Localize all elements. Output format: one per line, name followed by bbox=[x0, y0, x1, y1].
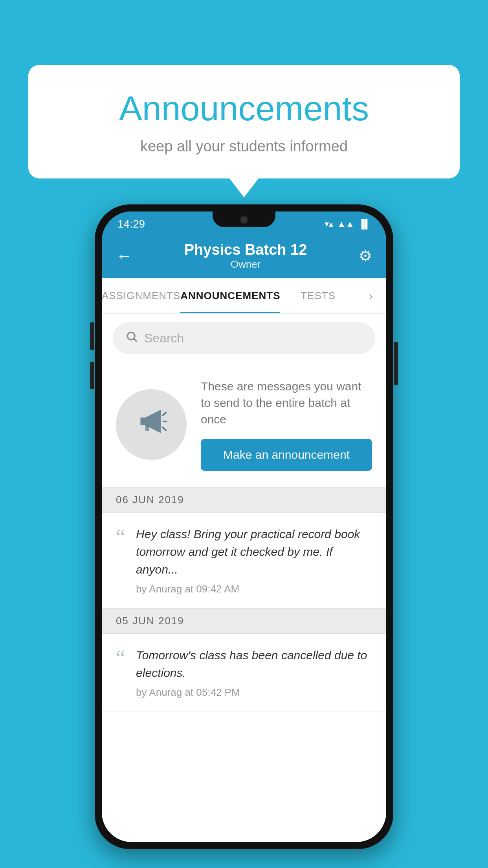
battery-icon: ▐▌ bbox=[358, 219, 371, 229]
promo-avatar bbox=[116, 389, 187, 460]
announcement-content-1: Hey class! Bring your practical record b… bbox=[136, 525, 372, 595]
back-button[interactable]: ← bbox=[116, 246, 132, 265]
volume-down-button[interactable] bbox=[90, 362, 94, 389]
app-bar-subtitle: Owner bbox=[184, 258, 307, 270]
phone-screen: 14:29 ▾▴ ▲▲ ▐▌ ← Physics Batch 12 Owner … bbox=[102, 211, 386, 842]
make-announcement-button[interactable]: Make an announcement bbox=[201, 439, 372, 471]
signal-icon: ▲▲ bbox=[337, 219, 354, 229]
megaphone-icon bbox=[136, 406, 167, 443]
announcement-content-2: Tomorrow's class has been cancelled due … bbox=[136, 646, 372, 699]
tab-announcements[interactable]: ANNOUNCEMENTS bbox=[180, 278, 280, 313]
status-time: 14:29 bbox=[117, 218, 145, 230]
tab-assignments[interactable]: ASSIGNMENTS bbox=[102, 278, 180, 313]
speech-bubble-subtitle: keep all your students informed bbox=[60, 138, 428, 155]
speech-bubble: Announcements keep all your students inf… bbox=[28, 65, 460, 178]
announcement-item-1[interactable]: “ Hey class! Bring your practical record… bbox=[102, 513, 386, 608]
settings-button[interactable]: ⚙ bbox=[359, 247, 372, 265]
wifi-icon: ▾▴ bbox=[325, 219, 333, 229]
app-bar-center: Physics Batch 12 Owner bbox=[184, 241, 307, 270]
promo-description: These are messages you want to send to t… bbox=[201, 378, 372, 428]
announcement-text-2: Tomorrow's class has been cancelled due … bbox=[136, 646, 372, 682]
app-bar: ← Physics Batch 12 Owner ⚙ bbox=[102, 233, 386, 278]
status-icons: ▾▴ ▲▲ ▐▌ bbox=[325, 219, 371, 229]
announcement-meta-1: by Anurag at 09:42 AM bbox=[136, 583, 372, 595]
svg-line-4 bbox=[163, 427, 166, 430]
speech-bubble-title: Announcements bbox=[60, 88, 428, 129]
search-icon bbox=[125, 330, 138, 346]
front-camera bbox=[240, 215, 248, 224]
announcement-item-2[interactable]: “ Tomorrow's class has been cancelled du… bbox=[102, 634, 386, 712]
phone-mockup: 14:29 ▾▴ ▲▲ ▐▌ ← Physics Batch 12 Owner … bbox=[95, 204, 393, 849]
power-button[interactable] bbox=[394, 342, 398, 385]
quote-icon-2: “ bbox=[116, 648, 125, 668]
svg-line-1 bbox=[134, 339, 136, 341]
tab-more[interactable]: › bbox=[356, 278, 386, 313]
volume-up-button[interactable] bbox=[90, 322, 94, 350]
app-bar-title: Physics Batch 12 bbox=[184, 241, 307, 258]
announcement-text-1: Hey class! Bring your practical record b… bbox=[136, 525, 372, 578]
tab-tests[interactable]: TESTS bbox=[280, 278, 356, 313]
svg-line-2 bbox=[163, 413, 166, 416]
quote-icon-1: “ bbox=[116, 527, 125, 547]
content-area: Search bbox=[102, 314, 386, 712]
date-separator-2: 05 JUN 2019 bbox=[102, 608, 386, 634]
phone-outer: 14:29 ▾▴ ▲▲ ▐▌ ← Physics Batch 12 Owner … bbox=[95, 204, 393, 849]
date-separator-1: 06 JUN 2019 bbox=[102, 487, 386, 513]
speech-bubble-container: Announcements keep all your students inf… bbox=[28, 65, 460, 178]
search-bar: Search bbox=[102, 314, 386, 362]
announcement-meta-2: by Anurag at 05:42 PM bbox=[136, 686, 372, 699]
search-placeholder: Search bbox=[144, 331, 184, 346]
promo-card: These are messages you want to send to t… bbox=[102, 362, 386, 487]
search-input-wrapper[interactable]: Search bbox=[113, 322, 375, 354]
promo-right: These are messages you want to send to t… bbox=[201, 378, 372, 471]
phone-notch bbox=[213, 211, 275, 227]
tab-bar: ASSIGNMENTS ANNOUNCEMENTS TESTS › bbox=[102, 278, 386, 314]
